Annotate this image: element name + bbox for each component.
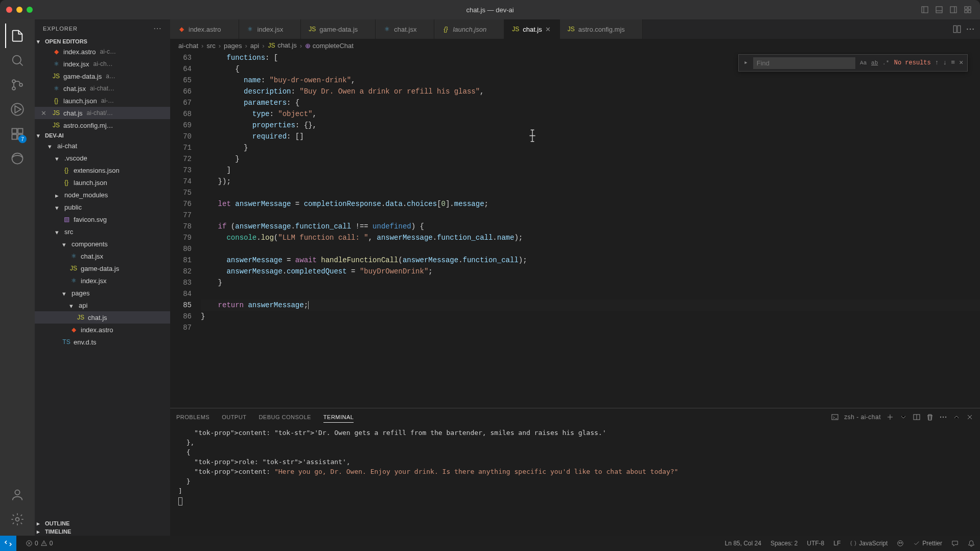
folder-item[interactable]: ▾components	[35, 238, 170, 250]
open-editors-header[interactable]: ▾ OPEN EDITORS	[35, 37, 170, 45]
open-editor-item[interactable]: ✕{}launch.jsonai-…	[35, 95, 170, 107]
eol-button[interactable]: LF	[833, 540, 841, 547]
editor-tab[interactable]: JSchat.js✕	[504, 19, 560, 39]
editor-tab[interactable]: ⚛chat.jsx✕	[376, 19, 434, 39]
toggle-primary-sidebar-button[interactable]	[919, 5, 931, 15]
prettier-button[interactable]: Prettier	[913, 540, 942, 547]
panel-tab[interactable]: TERMINAL	[323, 412, 354, 423]
explorer-more-button[interactable]: ⋯	[153, 24, 162, 33]
feedback-button[interactable]	[951, 540, 959, 547]
file-item[interactable]: ⚛index.jsx	[35, 274, 170, 287]
activity-source-control[interactable]	[5, 73, 30, 97]
activity-search[interactable]	[5, 48, 30, 73]
open-editor-item[interactable]: ✕JSastro.config.mj…	[35, 119, 170, 131]
folder-item[interactable]: ▾src	[35, 225, 170, 238]
folder-item[interactable]: ▾public	[35, 201, 170, 213]
toggle-panel-button[interactable]	[933, 5, 945, 15]
file-item[interactable]: ▧favicon.svg	[35, 213, 170, 225]
activity-extensions[interactable]: 7	[5, 122, 30, 146]
panel-tab[interactable]: OUTPUT	[222, 412, 246, 422]
editor-tab[interactable]: JSgame-data.js✕	[301, 19, 376, 39]
find-expand-button[interactable]: ▸	[742, 57, 750, 68]
activity-explorer[interactable]	[5, 24, 30, 48]
file-item[interactable]: JSchat.js	[35, 311, 170, 324]
folder-item[interactable]: ▾ai-chat	[35, 140, 170, 152]
breadcrumb-item[interactable]: pages	[224, 42, 242, 50]
file-item[interactable]: TSenv.d.ts	[35, 336, 170, 348]
close-icon[interactable]: ✕	[41, 109, 49, 117]
compare-icon[interactable]	[952, 25, 962, 34]
breadcrumb-item[interactable]: src	[206, 42, 215, 50]
toggle-secondary-sidebar-button[interactable]	[947, 5, 960, 15]
more-icon[interactable]	[939, 413, 947, 421]
find-close-button[interactable]: ✕	[958, 56, 964, 70]
remote-button[interactable]	[0, 536, 16, 551]
editor-tab[interactable]: {}launch.json✕	[434, 19, 504, 39]
close-icon[interactable]: ✕	[545, 26, 552, 33]
match-case-button[interactable]: Aa	[858, 58, 869, 68]
editor-tab[interactable]: ◆index.astro✕	[170, 19, 239, 39]
activity-edge[interactable]	[5, 146, 30, 171]
folder-item[interactable]: ▾pages	[35, 287, 170, 299]
split-terminal-button[interactable]	[913, 413, 921, 421]
folder-item[interactable]: ▾api	[35, 299, 170, 311]
editor-tab[interactable]: ⚛index.jsx✕	[239, 19, 301, 39]
open-editor-item[interactable]: ✕⚛index.jsxai-ch…	[35, 58, 170, 70]
find-filter-button[interactable]: ≡	[950, 56, 956, 70]
open-editor-item[interactable]: ✕JSgame-data.jsa…	[35, 70, 170, 82]
project-header[interactable]: ▾ DEV-AI	[35, 131, 170, 140]
breadcrumb-item[interactable]: api	[250, 42, 259, 50]
file-item[interactable]: ◆index.astro	[35, 324, 170, 336]
open-editor-item[interactable]: ✕⚛chat.jsxai-chat…	[35, 82, 170, 95]
open-editor-item[interactable]: ✕◆index.astroai-c…	[35, 45, 170, 58]
terminal-profile-icon[interactable]	[831, 413, 839, 421]
breadcrumb-item[interactable]: ⊕ completeChat	[305, 42, 354, 50]
panel-tab[interactable]: PROBLEMS	[176, 412, 209, 422]
notifications-button[interactable]	[968, 540, 975, 547]
cursor-position[interactable]: Ln 85, Col 24	[725, 540, 761, 547]
breadcrumb-item[interactable]: JS chat.js	[268, 41, 297, 50]
find-next-button[interactable]: ↓	[942, 56, 948, 70]
terminal-output[interactable]: "tok-prop">content: "tok-str">'Dr. Owen …	[170, 426, 980, 536]
open-editor-item[interactable]: ✕JSchat.jsai-chat/…	[35, 107, 170, 119]
file-item[interactable]: {}extensions.json	[35, 164, 170, 176]
maximize-window-button[interactable]	[27, 7, 33, 13]
language-mode-button[interactable]: JavaScript	[850, 540, 888, 547]
window-title: chat.js — dev-ai	[466, 6, 514, 14]
breadcrumbs[interactable]: ai-chat›src›pages›api›JS chat.js›⊕ compl…	[170, 39, 980, 52]
problems-button[interactable]: 0 0	[26, 540, 53, 547]
kill-terminal-button[interactable]	[926, 413, 934, 421]
editor-tab[interactable]: JSastro.config.mjs✕	[560, 19, 643, 39]
more-icon[interactable]	[966, 25, 975, 34]
file-item[interactable]: {}launch.json	[35, 176, 170, 189]
customize-layout-button[interactable]	[962, 5, 974, 15]
chevron-down-icon: ▾	[69, 302, 76, 308]
outline-header[interactable]: ▸ OUTLINE	[35, 519, 170, 527]
close-window-button[interactable]	[6, 7, 12, 13]
folder-item[interactable]: ▸node_modules	[35, 189, 170, 201]
encoding-button[interactable]: UTF-8	[807, 540, 824, 547]
panel-tab[interactable]: DEBUG CONSOLE	[259, 412, 311, 422]
find-prev-button[interactable]: ↑	[934, 56, 940, 70]
indentation-button[interactable]: Spaces: 2	[771, 540, 798, 547]
match-whole-word-button[interactable]: ab	[870, 58, 880, 68]
activity-settings[interactable]	[5, 507, 30, 532]
folder-item[interactable]: ▾.vscode	[35, 152, 170, 164]
breadcrumb-item[interactable]: ai-chat	[178, 42, 198, 50]
copilot-button[interactable]	[897, 540, 904, 547]
terminal-name[interactable]: zsh - ai-chat	[844, 414, 881, 421]
new-terminal-button[interactable]	[886, 413, 894, 421]
minimize-window-button[interactable]	[16, 7, 22, 13]
find-input[interactable]	[753, 57, 855, 69]
regex-button[interactable]: .*	[881, 58, 891, 68]
code-editor[interactable]: 6364656667686970717273747576777879808182…	[170, 52, 980, 408]
activity-debug[interactable]	[5, 97, 30, 122]
close-panel-button[interactable]	[966, 413, 974, 421]
file-item[interactable]: ⚛chat.jsx	[35, 250, 170, 262]
file-item[interactable]: JSgame-data.js	[35, 262, 170, 274]
svg-rect-17	[12, 129, 17, 133]
maximize-panel-button[interactable]	[952, 413, 961, 421]
terminal-dropdown-button[interactable]	[899, 413, 907, 421]
timeline-header[interactable]: ▸ TIMELINE	[35, 527, 170, 536]
activity-accounts[interactable]	[5, 483, 30, 507]
